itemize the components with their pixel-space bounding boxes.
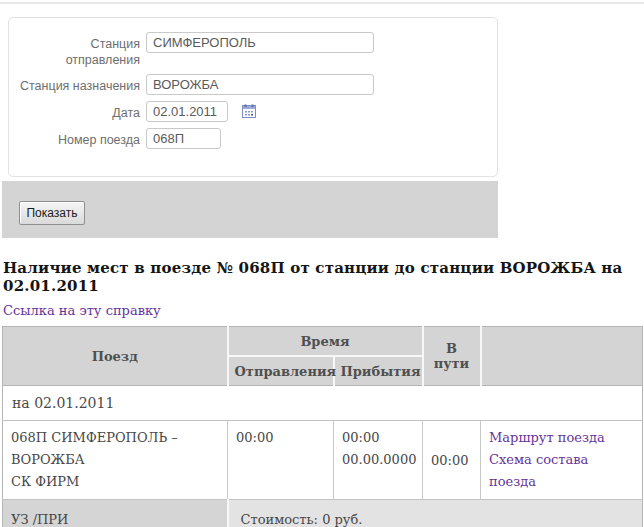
train-row: 068П СИМФЕРОПОЛЬ – ВОРОЖБА СК ФИРМ 00:00… <box>3 421 643 500</box>
destination-station-label: Станция назначения <box>9 74 146 94</box>
carrier-cell: УЗ /ПРИ <box>3 500 228 527</box>
date-label: Дата <box>9 101 146 121</box>
col-header-departure: Отправления <box>228 356 334 386</box>
action-bar: Показать <box>2 181 498 238</box>
train-name-cell: 068П СИМФЕРОПОЛЬ – ВОРОЖБА СК ФИРМ <box>3 421 228 500</box>
form-row-departure-station: Станция отправления <box>9 32 497 68</box>
date-input[interactable] <box>146 101 228 122</box>
header-row-1: Поезд Время В пути <box>3 327 643 357</box>
date-group-row: на 02.01.2011 <box>3 386 643 421</box>
results-heading: Наличие мест в поезде № 068П от станции … <box>3 259 644 295</box>
train-number-input[interactable] <box>146 128 221 149</box>
col-header-train: Поезд <box>3 327 228 386</box>
departure-station-input[interactable] <box>146 32 374 53</box>
train-links-cell: Маршрут поезда Схема состава поезда <box>481 421 643 500</box>
arrival-time-cell: 00:00 00.00.0000 <box>334 421 423 500</box>
form-row-date: Дата <box>9 101 497 122</box>
train-number-label: Номер поезда <box>9 128 146 148</box>
permalink-link[interactable]: Ссылка на эту справку <box>3 303 161 318</box>
route-link[interactable]: Маршрут поезда <box>489 427 634 449</box>
availability-table: Поезд Время В пути Отправления Прибытия … <box>2 326 643 527</box>
col-header-arrival: Прибытия <box>334 356 423 386</box>
col-header-in-transit: В пути <box>423 327 481 386</box>
train-name-line2: СК ФИРМ <box>11 471 219 493</box>
departure-time-cell: 00:00 <box>228 421 334 500</box>
arrival-date: 00.00.0000 <box>342 449 414 471</box>
search-form: Станция отправления Станция назначения Д… <box>8 17 498 177</box>
arrival-time: 00:00 <box>342 427 414 449</box>
train-name-line1: 068П СИМФЕРОПОЛЬ – ВОРОЖБА <box>11 427 219 471</box>
col-header-time: Время <box>228 327 423 357</box>
form-row-train-number: Номер поезда <box>9 128 497 149</box>
in-transit-cell: 00:00 <box>423 421 481 500</box>
date-group-label: на 02.01.2011 <box>3 386 643 421</box>
destination-station-input[interactable] <box>146 74 374 95</box>
train-scheme-link[interactable]: Схема состава поезда <box>489 449 634 493</box>
form-row-destination-station: Станция назначения <box>9 74 497 95</box>
carrier-price-row: УЗ /ПРИ Стоимость: 0 руб. <box>3 500 643 527</box>
top-divider <box>0 2 644 4</box>
col-header-actions <box>481 327 643 386</box>
price-cell: Стоимость: 0 руб. <box>228 500 643 527</box>
departure-station-label: Станция отправления <box>9 32 146 68</box>
show-button[interactable]: Показать <box>19 201 85 225</box>
calendar-icon[interactable] <box>242 104 256 118</box>
